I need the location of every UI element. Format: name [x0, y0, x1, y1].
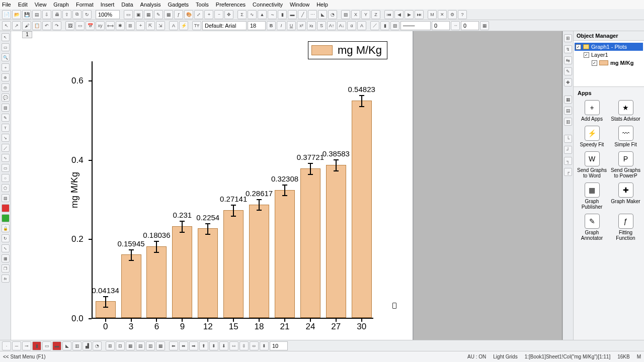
- line-color-icon[interactable]: ／: [370, 21, 379, 30]
- menu-gadgets[interactable]: Gadgets: [168, 2, 189, 8]
- app-item[interactable]: ⚡Speedy Fit: [577, 126, 607, 147]
- copy-format-icon[interactable]: 🖌: [22, 21, 31, 30]
- line-dash-icon[interactable]: ┈: [451, 21, 460, 30]
- template4-icon[interactable]: ▤: [136, 341, 145, 350]
- bar-small-icon[interactable]: ▬: [52, 341, 61, 350]
- bar[interactable]: [352, 101, 372, 318]
- column-plot-icon[interactable]: ▮: [278, 10, 287, 19]
- region-tool-icon[interactable]: ▧: [2, 194, 10, 202]
- area-small-icon[interactable]: ◣: [62, 341, 71, 350]
- palette-1-icon[interactable]: ⊞: [564, 34, 572, 42]
- import-icon[interactable]: ⇩: [42, 10, 51, 19]
- chart-legend[interactable]: mg M/Kg: [308, 41, 387, 59]
- data-reader-icon[interactable]: ⊕: [2, 73, 10, 81]
- layer-index[interactable]: 1: [22, 31, 32, 38]
- matrix-icon[interactable]: ▩: [164, 10, 173, 19]
- align-left-icon[interactable]: ⬅: [169, 341, 178, 350]
- greek-icon[interactable]: α: [347, 21, 356, 30]
- align-center-icon[interactable]: ⬌: [179, 341, 188, 350]
- palette-grid1-icon[interactable]: ▦: [564, 96, 572, 104]
- line-small-icon[interactable]: ─: [12, 341, 21, 350]
- menu-help[interactable]: Help: [316, 2, 328, 8]
- graph-window-icon[interactable]: ▣: [134, 10, 143, 19]
- superscript-icon[interactable]: x²: [297, 21, 306, 30]
- matrix-view-icon[interactable]: M: [428, 10, 437, 19]
- bar[interactable]: [275, 190, 295, 318]
- font-size-combo[interactable]: 18: [248, 21, 266, 30]
- app-item[interactable]: ▦Graph Publisher: [577, 183, 607, 210]
- mask-icon[interactable]: ▨: [341, 10, 350, 19]
- circle-tool-icon[interactable]: ○: [2, 174, 10, 182]
- bar[interactable]: [96, 301, 116, 318]
- fit-icon[interactable]: ∿: [248, 10, 257, 19]
- font-color-icon[interactable]: A: [357, 21, 366, 30]
- redo-icon[interactable]: ↷: [52, 21, 61, 30]
- font-grow-icon[interactable]: A↑: [327, 21, 336, 30]
- palette-axis4-icon[interactable]: ┌: [564, 168, 572, 176]
- tree-series[interactable]: ✓ mg M/Kg: [575, 59, 643, 67]
- last-icon[interactable]: ⏭: [415, 10, 424, 19]
- rect-tool-icon[interactable]: ▭: [2, 164, 10, 172]
- bar[interactable]: [146, 246, 167, 318]
- dash-combo[interactable]: 0: [461, 21, 479, 30]
- bottom-num-combo[interactable]: 10: [270, 341, 288, 350]
- notes-icon[interactable]: ✎: [154, 10, 163, 19]
- menu-edit[interactable]: Edit: [18, 2, 28, 8]
- fill-color-icon[interactable]: ▮: [380, 21, 389, 30]
- template5-icon[interactable]: ▥: [146, 341, 155, 350]
- italic-icon[interactable]: I: [277, 21, 286, 30]
- bar[interactable]: [172, 226, 192, 318]
- print-icon[interactable]: 🖶: [52, 10, 61, 19]
- menu-preferences[interactable]: Preferences: [216, 2, 246, 8]
- text-tool-icon[interactable]: T: [2, 124, 10, 132]
- extract-icon[interactable]: ⇱: [146, 21, 155, 30]
- bar[interactable]: [121, 254, 141, 318]
- grid-tool-icon[interactable]: ▦: [2, 254, 10, 262]
- align-middle-icon[interactable]: ⬍: [209, 341, 218, 350]
- curve-tool-icon[interactable]: ∿: [2, 154, 10, 162]
- color-red-icon[interactable]: [2, 204, 10, 212]
- asterisk-icon[interactable]: ✱: [116, 21, 125, 30]
- refresh-icon[interactable]: ↻: [83, 10, 92, 19]
- underline-icon[interactable]: U: [287, 21, 296, 30]
- app-item[interactable]: PSend Graphs to PowerP: [610, 151, 641, 178]
- bar[interactable]: [300, 168, 320, 318]
- bar-chart[interactable]: mg M/Kg Tiempo (Días) 0.00.20.40.60.0413…: [92, 61, 373, 319]
- align-top-icon[interactable]: ⬆: [199, 341, 208, 350]
- first-icon[interactable]: ⏮: [384, 10, 393, 19]
- z-tool-icon[interactable]: Z: [371, 10, 380, 19]
- distribute-v-icon[interactable]: ⇳: [239, 341, 249, 350]
- menu-analysis[interactable]: Analysis: [140, 2, 161, 8]
- peak-icon[interactable]: ▲: [258, 10, 267, 19]
- pie-plot-icon[interactable]: ◔: [328, 10, 337, 19]
- legend-icon[interactable]: ▭: [75, 21, 85, 30]
- palette-axis3-icon[interactable]: ┐: [564, 157, 572, 165]
- template3-icon[interactable]: ▦: [126, 341, 135, 350]
- menu-data[interactable]: Data: [121, 2, 133, 8]
- draw-data-icon[interactable]: ✎: [2, 114, 10, 122]
- strike-icon[interactable]: S: [317, 21, 326, 30]
- font-type-icon[interactable]: Tᴛ: [192, 21, 201, 30]
- font-shrink-icon[interactable]: A↓: [337, 21, 346, 30]
- palette-axis1-icon[interactable]: └: [564, 135, 572, 143]
- selection-tool-icon[interactable]: ▭: [2, 43, 10, 51]
- zoom-combo[interactable]: 100%: [96, 10, 120, 19]
- template6-icon[interactable]: ▩: [156, 341, 165, 350]
- bar[interactable]: [223, 210, 244, 318]
- scale-tool-icon[interactable]: ⤡: [2, 244, 10, 252]
- save-icon[interactable]: 💾: [22, 10, 31, 19]
- align-bottom-icon[interactable]: ⬇: [219, 341, 228, 350]
- template1-icon[interactable]: ⊞: [106, 341, 115, 350]
- bar-plot-icon[interactable]: ▬: [288, 10, 297, 19]
- palette-grid3-icon[interactable]: ▥: [564, 118, 572, 126]
- distribute-h-icon[interactable]: ⇿: [229, 341, 238, 350]
- bar[interactable]: [198, 228, 218, 318]
- new-layer-icon[interactable]: ⊞: [126, 21, 135, 30]
- checkbox-icon[interactable]: ✓: [592, 60, 597, 66]
- font-name-combo[interactable]: Default: Arial: [202, 21, 247, 30]
- app-item[interactable]: +Add Apps: [577, 100, 607, 122]
- lock-tool-icon[interactable]: 🔒: [2, 224, 10, 232]
- bold-icon[interactable]: B: [267, 21, 276, 30]
- scatter-plot-icon[interactable]: ⋯: [308, 10, 317, 19]
- menu-format[interactable]: Format: [76, 2, 94, 8]
